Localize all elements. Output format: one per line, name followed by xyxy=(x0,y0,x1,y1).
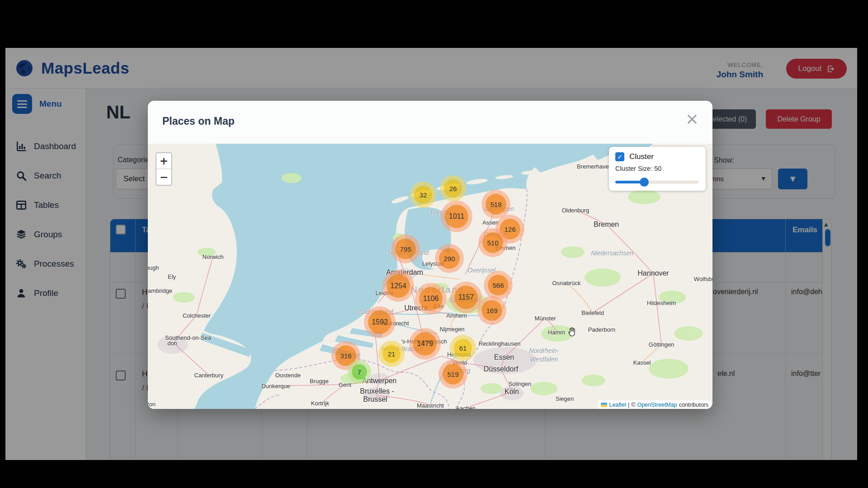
cluster-count: 566 xyxy=(492,282,504,289)
slider-thumb[interactable] xyxy=(640,178,649,187)
cluster-marker[interactable]: 21 xyxy=(382,345,401,363)
map-label: Assen xyxy=(482,219,499,226)
cluster-marker[interactable]: 290 xyxy=(439,248,460,269)
cluster-marker[interactable]: 795 xyxy=(395,239,416,259)
cluster-count: 1254 xyxy=(390,282,406,290)
cluster-count: 1011 xyxy=(449,212,464,221)
map-label: Wolfsburg xyxy=(694,276,712,282)
map-label: Bremerhaven xyxy=(577,163,612,170)
map-label: Bielefeld xyxy=(581,310,604,316)
map-label: Hildesheim xyxy=(647,300,676,306)
map-label: Oldenburg xyxy=(562,207,590,214)
copyright-symbol: © xyxy=(631,402,635,408)
cluster-marker[interactable]: 1011 xyxy=(445,205,468,228)
map-label: Canterbury xyxy=(194,372,223,379)
cluster-marker[interactable]: 7 xyxy=(352,364,367,380)
map-label: Aachen xyxy=(456,405,476,409)
map-label: don xyxy=(167,340,177,347)
map-label: Paderborn xyxy=(588,326,616,333)
cluster-marker[interactable]: 32 xyxy=(414,186,432,204)
places-on-map-modal: Places on Map × xyxy=(148,101,712,409)
hand-cursor-icon xyxy=(566,326,578,338)
map-label: Oostende xyxy=(275,372,301,379)
map-label: Göttingen xyxy=(649,341,674,348)
map-attribution: Leaflet | © OpenStreetMap contributors xyxy=(598,400,711,409)
map-label: Recklinghausen xyxy=(479,340,521,347)
ukraine-flag-icon xyxy=(601,403,607,407)
map-label: ton xyxy=(148,401,156,408)
close-icon[interactable]: × xyxy=(685,111,699,127)
leaflet-link[interactable]: Leaflet xyxy=(609,402,626,408)
cluster-marker[interactable]: 566 xyxy=(488,275,509,296)
map-label: Colchester xyxy=(183,312,211,319)
map-label: Antwerpen xyxy=(362,377,397,385)
cluster-count: 21 xyxy=(388,350,396,358)
map-label: Brugge xyxy=(310,378,329,385)
cluster-checkbox-label: Cluster xyxy=(629,152,654,161)
cluster-marker[interactable]: 510 xyxy=(482,232,503,253)
map-label: Brussel xyxy=(363,395,387,404)
map-label: Overijssel xyxy=(467,267,495,274)
map-canvas[interactable]: NorwichElyoughambridgeColchesterSouthend… xyxy=(148,144,712,409)
map-label: Arnhem xyxy=(446,312,467,319)
cluster-count: 7 xyxy=(358,368,361,376)
map-label: Hamm xyxy=(548,329,565,336)
contributors-label: contributors xyxy=(679,402,708,408)
cluster-marker[interactable]: 1254 xyxy=(387,274,410,298)
map-label: Münster xyxy=(535,315,556,322)
cluster-count: 1592 xyxy=(372,318,388,326)
cluster-marker[interactable]: 316 xyxy=(335,345,356,366)
map-label: Maastricht xyxy=(417,402,444,409)
map-label: Niedersachsen xyxy=(591,249,633,257)
cluster-marker[interactable]: 1592 xyxy=(368,310,392,334)
cluster-marker[interactable]: 518 xyxy=(486,194,506,215)
cluster-count: 510 xyxy=(487,239,498,247)
cluster-count: 1157 xyxy=(458,293,474,301)
cluster-count: 1479 xyxy=(417,340,433,348)
map-label: Westfalen xyxy=(530,356,558,363)
cluster-marker[interactable]: 26 xyxy=(444,179,462,197)
cluster-count: 126 xyxy=(504,225,515,233)
map-label: ough xyxy=(148,264,159,271)
map-label: Nijmegen xyxy=(440,326,465,333)
cluster-count: 169 xyxy=(486,307,497,314)
zoom-out-button[interactable]: − xyxy=(156,169,171,185)
cluster-marker[interactable]: 519 xyxy=(443,364,463,385)
screen: MapsLeads WELCOME, John Smith Logout Men… xyxy=(0,0,868,488)
cluster-count: 1106 xyxy=(423,295,439,303)
map-label: Siegen xyxy=(556,395,574,402)
map-label: Essen xyxy=(494,353,514,361)
cluster-checkbox[interactable]: ✓ xyxy=(615,152,624,161)
cluster-count: 519 xyxy=(447,371,458,378)
cluster-control-panel: ✓ Cluster Cluster Size: 50 xyxy=(609,147,706,191)
osm-link[interactable]: OpenStreetMap xyxy=(637,402,677,408)
map-label: Düsseldorf xyxy=(484,365,518,373)
map-label: Amsterdam xyxy=(386,268,423,277)
cluster-marker[interactable]: 169 xyxy=(481,300,502,321)
cluster-marker[interactable]: 1479 xyxy=(413,332,437,356)
modal-title: Places on Map xyxy=(162,115,235,127)
cluster-size-slider[interactable] xyxy=(615,178,698,187)
zoom-in-button[interactable]: + xyxy=(156,153,171,169)
map-label: Bruxelles - xyxy=(360,387,394,395)
map-label: Osnabrück xyxy=(552,280,581,286)
cluster-count: 290 xyxy=(443,255,455,263)
map-label: Solingen xyxy=(509,380,532,387)
map-label: Dunkerque xyxy=(261,383,290,389)
map-zoom-control: + − xyxy=(156,152,172,186)
map-label: Köln xyxy=(505,388,519,396)
app-window: MapsLeads WELCOME, John Smith Logout Men… xyxy=(5,48,857,460)
cluster-marker[interactable]: 61 xyxy=(454,339,472,357)
cluster-marker[interactable]: 1106 xyxy=(419,287,443,310)
attribution-separator: | xyxy=(628,402,629,408)
cluster-size-label: Cluster Size: 50 xyxy=(615,165,699,172)
map-label: Gent xyxy=(339,381,351,388)
cluster-marker[interactable]: 126 xyxy=(500,219,520,239)
map-label: ambridge xyxy=(148,287,172,294)
map-label: Ely xyxy=(168,273,176,280)
cluster-count: 795 xyxy=(400,245,411,253)
map-label: Kortrijk xyxy=(311,400,329,407)
cluster-marker[interactable]: 1157 xyxy=(454,286,478,309)
map-label: Bremen xyxy=(594,221,619,229)
map-label: Hannover xyxy=(637,269,669,277)
